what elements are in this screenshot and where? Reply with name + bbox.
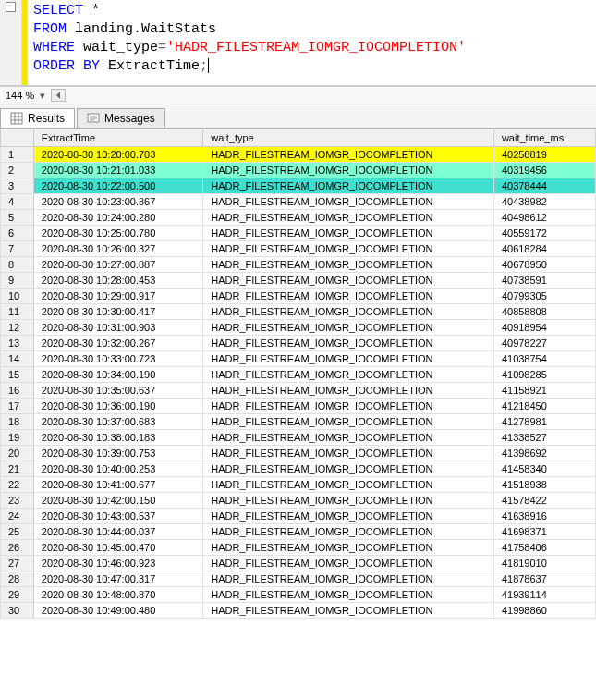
cell-extracttime[interactable]: 2020-08-30 10:44:00.037 [33, 524, 202, 540]
row-number[interactable]: 20 [1, 446, 34, 461]
tab-results[interactable]: Results [0, 108, 75, 128]
cell-waittype[interactable]: HADR_FILESTREAM_IOMGR_IOCOMPLETION [203, 540, 494, 556]
table-row[interactable]: 212020-08-30 10:40:00.253HADR_FILESTREAM… [1, 461, 596, 477]
col-header-extracttime[interactable]: ExtractTime [33, 129, 202, 147]
cell-waittype[interactable]: HADR_FILESTREAM_IOMGR_IOCOMPLETION [203, 571, 494, 587]
row-number[interactable]: 5 [1, 210, 34, 226]
row-number[interactable]: 23 [1, 493, 34, 509]
cell-waittimems[interactable]: 41038754 [493, 351, 595, 367]
row-number[interactable]: 21 [1, 461, 34, 477]
cell-waittype[interactable]: HADR_FILESTREAM_IOMGR_IOCOMPLETION [203, 603, 494, 619]
table-row[interactable]: 72020-08-30 10:26:00.327HADR_FILESTREAM_… [1, 241, 596, 257]
table-row[interactable]: 42020-08-30 10:23:00.867HADR_FILESTREAM_… [1, 194, 596, 210]
cell-waittimems[interactable]: 41398692 [493, 446, 595, 461]
cell-waittimems[interactable]: 40858808 [493, 304, 595, 320]
cell-waittype[interactable]: HADR_FILESTREAM_IOMGR_IOCOMPLETION [203, 509, 494, 524]
row-number[interactable]: 18 [1, 414, 34, 430]
cell-waittimems[interactable]: 41998860 [493, 603, 595, 619]
row-number[interactable]: 11 [1, 304, 34, 320]
cell-waittimems[interactable]: 41578422 [493, 493, 595, 509]
cell-waittimems[interactable]: 40738591 [493, 273, 595, 289]
cell-waittype[interactable]: HADR_FILESTREAM_IOMGR_IOCOMPLETION [203, 493, 494, 509]
cell-extracttime[interactable]: 2020-08-30 10:39:00.753 [33, 446, 202, 461]
row-number[interactable]: 1 [1, 147, 34, 163]
row-number[interactable]: 10 [1, 289, 34, 304]
cell-extracttime[interactable]: 2020-08-30 10:21:01.033 [33, 163, 202, 178]
cell-extracttime[interactable]: 2020-08-30 10:33:00.723 [33, 351, 202, 367]
cell-waittype[interactable]: HADR_FILESTREAM_IOMGR_IOCOMPLETION [203, 289, 494, 304]
cell-extracttime[interactable]: 2020-08-30 10:38:00.183 [33, 430, 202, 446]
cell-waittimems[interactable]: 40678950 [493, 257, 595, 273]
cell-waittype[interactable]: HADR_FILESTREAM_IOMGR_IOCOMPLETION [203, 304, 494, 320]
cell-waittype[interactable]: HADR_FILESTREAM_IOMGR_IOCOMPLETION [203, 383, 494, 399]
table-row[interactable]: 242020-08-30 10:43:00.537HADR_FILESTREAM… [1, 509, 596, 524]
cell-waittype[interactable]: HADR_FILESTREAM_IOMGR_IOCOMPLETION [203, 210, 494, 226]
cell-waittimems[interactable]: 41878637 [493, 571, 595, 587]
cell-waittimems[interactable]: 40799305 [493, 289, 595, 304]
row-number[interactable]: 3 [1, 178, 34, 194]
col-header-waittimems[interactable]: wait_time_ms [493, 129, 595, 147]
cell-waittimems[interactable]: 40319456 [493, 163, 595, 178]
cell-extracttime[interactable]: 2020-08-30 10:24:00.280 [33, 210, 202, 226]
cell-waittimems[interactable]: 40559172 [493, 226, 595, 241]
cell-waittype[interactable]: HADR_FILESTREAM_IOMGR_IOCOMPLETION [203, 257, 494, 273]
table-row[interactable]: 192020-08-30 10:38:00.183HADR_FILESTREAM… [1, 430, 596, 446]
cell-waittimems[interactable]: 41158921 [493, 383, 595, 399]
cell-waittimems[interactable]: 40438982 [493, 194, 595, 210]
tab-messages[interactable]: Messages [77, 108, 165, 128]
cell-extracttime[interactable]: 2020-08-30 10:40:00.253 [33, 461, 202, 477]
cell-extracttime[interactable]: 2020-08-30 10:26:00.327 [33, 241, 202, 257]
cell-waittimems[interactable]: 41098285 [493, 367, 595, 383]
row-number[interactable]: 16 [1, 383, 34, 399]
cell-extracttime[interactable]: 2020-08-30 10:32:00.267 [33, 336, 202, 351]
cell-waittype[interactable]: HADR_FILESTREAM_IOMGR_IOCOMPLETION [203, 430, 494, 446]
cell-waittimems[interactable]: 40978227 [493, 336, 595, 351]
cell-waittype[interactable]: HADR_FILESTREAM_IOMGR_IOCOMPLETION [203, 351, 494, 367]
cell-waittimems[interactable]: 41939114 [493, 587, 595, 603]
cell-extracttime[interactable]: 2020-08-30 10:20:00.703 [33, 147, 202, 163]
cell-waittype[interactable]: HADR_FILESTREAM_IOMGR_IOCOMPLETION [203, 367, 494, 383]
cell-extracttime[interactable]: 2020-08-30 10:46:00.923 [33, 556, 202, 571]
cell-waittimems[interactable]: 40618284 [493, 241, 595, 257]
cell-extracttime[interactable]: 2020-08-30 10:43:00.537 [33, 509, 202, 524]
table-row[interactable]: 52020-08-30 10:24:00.280HADR_FILESTREAM_… [1, 210, 596, 226]
row-number[interactable]: 24 [1, 509, 34, 524]
cell-waittype[interactable]: HADR_FILESTREAM_IOMGR_IOCOMPLETION [203, 241, 494, 257]
cell-waittype[interactable]: HADR_FILESTREAM_IOMGR_IOCOMPLETION [203, 273, 494, 289]
cell-waittype[interactable]: HADR_FILESTREAM_IOMGR_IOCOMPLETION [203, 461, 494, 477]
table-row[interactable]: 122020-08-30 10:31:00.903HADR_FILESTREAM… [1, 320, 596, 336]
cell-extracttime[interactable]: 2020-08-30 10:25:00.780 [33, 226, 202, 241]
scroll-left-button[interactable] [51, 89, 66, 102]
cell-waittimems[interactable]: 41278981 [493, 414, 595, 430]
row-number[interactable]: 26 [1, 540, 34, 556]
row-number[interactable]: 27 [1, 556, 34, 571]
table-row[interactable]: 92020-08-30 10:28:00.453HADR_FILESTREAM_… [1, 273, 596, 289]
row-number[interactable]: 30 [1, 603, 34, 619]
cell-waittimems[interactable]: 41458340 [493, 461, 595, 477]
cell-waittype[interactable]: HADR_FILESTREAM_IOMGR_IOCOMPLETION [203, 587, 494, 603]
cell-extracttime[interactable]: 2020-08-30 10:29:00.917 [33, 289, 202, 304]
cell-extracttime[interactable]: 2020-08-30 10:23:00.867 [33, 194, 202, 210]
cell-waittype[interactable]: HADR_FILESTREAM_IOMGR_IOCOMPLETION [203, 194, 494, 210]
cell-extracttime[interactable]: 2020-08-30 10:48:00.870 [33, 587, 202, 603]
row-number[interactable]: 7 [1, 241, 34, 257]
cell-waittimems[interactable]: 41518938 [493, 477, 595, 493]
sql-editor[interactable]: − SELECT * FROM landing.WaitStats WHERE … [0, 0, 596, 86]
cell-extracttime[interactable]: 2020-08-30 10:47:00.317 [33, 571, 202, 587]
cell-waittimems[interactable]: 41819010 [493, 556, 595, 571]
cell-extracttime[interactable]: 2020-08-30 10:37:00.683 [33, 414, 202, 430]
cell-waittimems[interactable]: 40498612 [493, 210, 595, 226]
cell-waittype[interactable]: HADR_FILESTREAM_IOMGR_IOCOMPLETION [203, 556, 494, 571]
cell-waittype[interactable]: HADR_FILESTREAM_IOMGR_IOCOMPLETION [203, 320, 494, 336]
row-number[interactable]: 17 [1, 399, 34, 414]
cell-extracttime[interactable]: 2020-08-30 10:28:00.453 [33, 273, 202, 289]
cell-extracttime[interactable]: 2020-08-30 10:22:00.500 [33, 178, 202, 194]
table-row[interactable]: 112020-08-30 10:30:00.417HADR_FILESTREAM… [1, 304, 596, 320]
table-row[interactable]: 142020-08-30 10:33:00.723HADR_FILESTREAM… [1, 351, 596, 367]
row-number[interactable]: 9 [1, 273, 34, 289]
cell-waittimems[interactable]: 40258819 [493, 147, 595, 163]
table-row[interactable]: 272020-08-30 10:46:00.923HADR_FILESTREAM… [1, 556, 596, 571]
table-row[interactable]: 302020-08-30 10:49:00.480HADR_FILESTREAM… [1, 603, 596, 619]
cell-waittype[interactable]: HADR_FILESTREAM_IOMGR_IOCOMPLETION [203, 147, 494, 163]
cell-extracttime[interactable]: 2020-08-30 10:31:00.903 [33, 320, 202, 336]
